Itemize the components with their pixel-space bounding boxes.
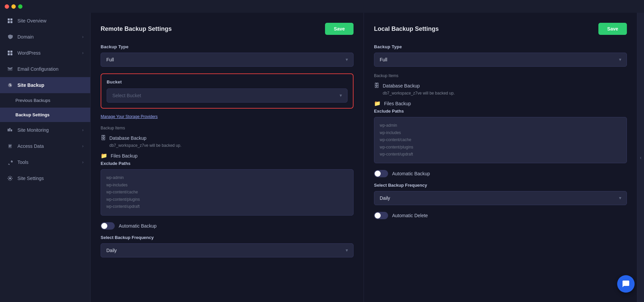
- local-automatic-backup-toggle[interactable]: [374, 170, 388, 177]
- database-icon: 🗄: [101, 135, 106, 141]
- grid-icon: [7, 17, 13, 24]
- local-save-button[interactable]: Save: [598, 23, 627, 35]
- local-automatic-delete-toggle[interactable]: [374, 212, 388, 219]
- sidebar-label-site-backup: Site Backup: [17, 82, 44, 88]
- sidebar-item-site-monitoring[interactable]: Site Monitoring ›: [0, 122, 90, 138]
- local-panel-header: Local Backup Settings Save: [374, 23, 627, 35]
- remote-automatic-backup-toggle[interactable]: [101, 222, 115, 230]
- local-automatic-backup-toggle-row: Automatic Backup: [374, 170, 627, 177]
- remote-freq-label: Select Backup Frequency: [101, 235, 354, 240]
- sidebar-item-site-overview[interactable]: Site Overview: [0, 13, 90, 29]
- svg-rect-11: [9, 128, 10, 131]
- svg-point-13: [9, 178, 11, 179]
- chevron-right-icon: ›: [82, 160, 84, 165]
- sidebar: Site Overview Domain › WordPress ›: [0, 13, 91, 302]
- svg-rect-7: [10, 53, 12, 55]
- svg-rect-5: [10, 51, 12, 53]
- close-button[interactable]: [5, 4, 9, 9]
- svg-rect-12: [11, 129, 12, 131]
- monitoring-icon: [7, 127, 13, 133]
- remote-freq-select[interactable]: Daily Weekly Monthly: [101, 243, 354, 257]
- local-path-line-1: wp-admin: [380, 122, 621, 129]
- remote-save-button[interactable]: Save: [325, 23, 354, 35]
- remote-panel-title: Remote Backup Settings: [101, 25, 172, 33]
- remote-backup-type-select[interactable]: Full Incremental Differential: [101, 53, 354, 67]
- remote-files-backup-label: Files Backup: [111, 153, 138, 159]
- local-freq-select[interactable]: Daily Weekly Monthly: [374, 191, 627, 205]
- maximize-button[interactable]: [18, 4, 22, 9]
- path-line-2: wp-includes: [106, 182, 348, 189]
- bucket-label: Bucket: [107, 79, 347, 84]
- local-folder-icon: 📁: [374, 100, 381, 107]
- local-backup-type-select[interactable]: Full Incremental Differential: [374, 53, 627, 67]
- sidebar-label-site-overview: Site Overview: [17, 18, 46, 23]
- local-exclude-paths-box: wp-admin wp-includes wp-content/cache wp…: [374, 117, 627, 163]
- folder-icon: 📁: [101, 153, 107, 159]
- svg-rect-1: [10, 18, 12, 20]
- local-path-line-3: wp-content/cache: [380, 136, 621, 144]
- svg-rect-2: [8, 21, 10, 23]
- backup-icon: [7, 82, 13, 88]
- local-files-backup-row: 📁 Files Backup: [374, 100, 627, 107]
- sidebar-item-site-backup[interactable]: Site Backup: [0, 77, 90, 93]
- email-icon: [7, 66, 13, 72]
- sidebar-item-wordpress[interactable]: WordPress ›: [0, 45, 90, 61]
- remote-freq-select-wrapper: Daily Weekly Monthly ▼: [101, 243, 354, 257]
- remote-database-backup-row: 🗄 Database Backup: [101, 135, 354, 141]
- manage-storage-link[interactable]: Manage Your Storage Providers: [101, 114, 158, 119]
- sidebar-item-domain[interactable]: Domain ›: [0, 29, 90, 45]
- local-backup-type-wrapper: Full Incremental Differential ▼: [374, 53, 627, 67]
- sidebar-item-tools[interactable]: Tools ›: [0, 154, 90, 170]
- chevron-left-icon: ‹: [640, 155, 642, 160]
- sidebar-label-email: Email Configuration: [17, 66, 58, 72]
- remote-panel-header: Remote Backup Settings Save: [101, 23, 354, 35]
- remote-backup-type-label: Backup Type: [101, 44, 354, 49]
- chevron-right-icon: ›: [82, 128, 84, 132]
- sidebar-item-previous-backups[interactable]: Previous Backups: [0, 93, 90, 108]
- bucket-section: Bucket Select Bucket ▼: [101, 73, 354, 109]
- svg-rect-6: [8, 53, 10, 55]
- chat-button[interactable]: [617, 275, 635, 293]
- local-freq-select-wrapper: Daily Weekly Monthly ▼: [374, 191, 627, 205]
- local-database-icon: 🗄: [374, 83, 379, 89]
- minimize-button[interactable]: [11, 4, 16, 9]
- local-automatic-delete-label: Automatic Delete: [392, 213, 428, 218]
- local-automatic-delete-toggle-row: Automatic Delete: [374, 212, 627, 219]
- remote-backup-items-label: Backup Items: [101, 126, 354, 130]
- sidebar-item-email-configuration[interactable]: Email Configuration: [0, 61, 90, 77]
- local-path-line-5: wp-content/updraft: [380, 151, 621, 158]
- bucket-select[interactable]: Select Bucket: [107, 88, 347, 103]
- sidebar-label-previous-backups: Previous Backups: [15, 98, 50, 103]
- local-panel-title: Local Backup Settings: [374, 25, 439, 33]
- svg-rect-3: [10, 21, 12, 23]
- sidebar-item-access-data[interactable]: Access Data ›: [0, 138, 90, 154]
- local-database-backup-desc: db7_workspace_z7ve will be backed up.: [383, 91, 627, 96]
- sidebar-label-site-settings: Site Settings: [17, 176, 44, 181]
- local-freq-label: Select Backup Frequency: [374, 183, 627, 188]
- local-automatic-backup-label: Automatic Backup: [392, 171, 430, 176]
- svg-rect-4: [8, 51, 10, 53]
- local-backup-panel: Local Backup Settings Save Backup Type F…: [364, 13, 637, 302]
- sidebar-item-site-settings[interactable]: Site Settings: [0, 170, 90, 186]
- remote-database-backup-label: Database Backup: [109, 135, 147, 141]
- remote-backup-type-wrapper: Full Incremental Differential ▼: [101, 53, 354, 67]
- main-content: Remote Backup Settings Save Backup Type …: [91, 13, 644, 302]
- access-data-icon: [7, 143, 13, 149]
- path-line-3: wp-content/cache: [106, 189, 348, 196]
- path-line-5: wp-content/updraft: [106, 203, 348, 210]
- local-backup-items-label: Backup Items: [374, 73, 627, 78]
- local-files-backup-label: Files Backup: [384, 101, 411, 106]
- sidebar-label-site-monitoring: Site Monitoring: [17, 127, 49, 133]
- panel-collapse-arrow[interactable]: ‹: [637, 13, 644, 302]
- remote-exclude-paths-box: wp-admin wp-includes wp-content/cache wp…: [101, 169, 354, 216]
- title-bar: [0, 0, 644, 13]
- sidebar-label-domain: Domain: [17, 34, 34, 40]
- chat-icon: [622, 280, 630, 288]
- settings-icon: [7, 175, 13, 182]
- tools-icon: [7, 159, 13, 166]
- remote-files-backup-row: 📁 Files Backup: [101, 153, 354, 159]
- remote-backup-panel: Remote Backup Settings Save Backup Type …: [91, 13, 364, 302]
- sidebar-item-backup-settings[interactable]: Backup Settings: [0, 108, 90, 122]
- sidebar-label-tools: Tools: [17, 160, 29, 165]
- sidebar-label-wordpress: WordPress: [17, 50, 41, 56]
